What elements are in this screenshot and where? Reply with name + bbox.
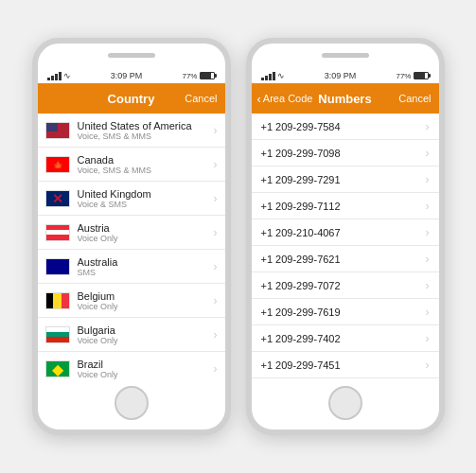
chevron-icon: › <box>214 192 218 205</box>
list-item[interactable]: Bulgaria Voice Only › <box>38 318 225 352</box>
chevron-icon: › <box>426 332 430 345</box>
status-bar-left: ∿ 3:09 PM 77% <box>38 68 225 83</box>
chevron-icon: › <box>426 253 430 266</box>
country-sub: Voice, SMS & MMS <box>78 166 206 175</box>
phones-container: ∿ 3:09 PM 77% Country Cancel United Stat… <box>32 38 445 435</box>
country-sub: Voice, SMS & MMS <box>78 131 206 141</box>
country-sub: Voice Only <box>78 234 206 243</box>
flag-gb <box>45 190 70 207</box>
list-item[interactable]: Australia SMS › <box>38 250 225 284</box>
country-cancel-button[interactable]: Cancel <box>185 93 217 104</box>
phone-number: +1 209-299-7451 <box>261 359 426 371</box>
battery-pct-left: 77% <box>182 72 197 80</box>
list-item[interactable]: United States of America Voice, SMS & MM… <box>38 114 225 148</box>
chevron-icon: › <box>426 306 430 319</box>
number-item[interactable]: +1 209-299-7621 › <box>252 246 439 272</box>
phone-number: +1 209-299-7098 <box>261 148 426 159</box>
country-nav-bar: Country Cancel <box>38 83 225 114</box>
list-item[interactable]: Brazil Voice Only › <box>38 352 225 382</box>
chevron-icon: › <box>214 124 218 137</box>
flag-bg <box>45 326 70 343</box>
number-item[interactable]: +1 209-299-7402 › <box>252 325 439 352</box>
chevron-icon: › <box>426 200 430 213</box>
country-name: United Kingdom <box>78 188 206 200</box>
number-item[interactable]: +1 209-299-7098 › <box>252 140 439 166</box>
flag-at <box>45 224 70 241</box>
chevron-icon: › <box>426 120 430 133</box>
chevron-icon: › <box>426 173 430 186</box>
country-name: Canada <box>78 154 206 166</box>
numbers-nav-bar: ‹ Area Code Numbers Cancel <box>252 83 439 114</box>
number-item[interactable]: +1 209-299-7112 › <box>252 193 439 219</box>
chevron-icon: › <box>214 328 218 342</box>
number-item[interactable]: +1 209-299-7072 › <box>252 272 439 299</box>
number-item[interactable]: +1 209-299-7291 › <box>252 166 439 193</box>
flag-us <box>45 122 70 139</box>
flag-br <box>45 360 70 377</box>
numbers-cancel-button[interactable]: Cancel <box>398 93 431 104</box>
chevron-icon: › <box>214 226 218 239</box>
country-name: Belgium <box>78 290 206 302</box>
country-name: Austria <box>78 222 206 234</box>
country-phone: ∿ 3:09 PM 77% Country Cancel United Stat… <box>32 38 231 435</box>
number-item[interactable]: +1 209-299-7584 › <box>252 114 439 140</box>
back-label: Area Code <box>263 93 313 104</box>
number-item[interactable]: +1 209-210-4067 › <box>252 219 439 246</box>
phone-number: +1 209-299-7291 <box>261 174 426 185</box>
number-item[interactable]: +1 209-299-7451 › <box>252 352 439 378</box>
numbers-list: +1 209-299-7584 › +1 209-299-7098 › +1 2… <box>252 114 439 382</box>
phone-number: +1 209-210-4067 <box>261 227 426 238</box>
country-sub: Voice Only <box>78 302 206 311</box>
wifi-icon: ∿ <box>277 71 285 80</box>
number-item[interactable]: +1 209-299-7487 › <box>252 378 439 382</box>
back-chevron-icon: ‹ <box>257 92 261 106</box>
wifi-icon: ∿ <box>63 71 71 80</box>
country-sub: Voice Only <box>78 370 206 379</box>
country-name: Australia <box>78 256 206 268</box>
phone-number: +1 209-299-7621 <box>261 254 426 265</box>
country-name: United States of America <box>78 120 206 131</box>
status-time-right: 3:09 PM <box>325 71 357 80</box>
chevron-icon: › <box>214 362 218 376</box>
list-item[interactable]: Canada Voice, SMS & MMS › <box>38 148 225 182</box>
list-item[interactable]: Belgium Voice Only › <box>38 284 225 318</box>
phone-number: +1 209-299-7619 <box>261 307 426 318</box>
flag-au <box>45 258 70 275</box>
country-list: United States of America Voice, SMS & MM… <box>38 114 225 382</box>
status-bar-right: ∿ 3:09 PM 77% <box>252 68 439 83</box>
chevron-icon: › <box>426 226 430 239</box>
chevron-icon: › <box>426 147 430 160</box>
numbers-nav-title: Numbers <box>318 92 371 106</box>
battery-pct-right: 77% <box>396 72 411 80</box>
status-time-left: 3:09 PM <box>111 71 143 80</box>
chevron-icon: › <box>214 294 218 307</box>
chevron-icon: › <box>214 260 218 273</box>
country-name: Bulgaria <box>78 324 206 336</box>
country-sub: Voice Only <box>78 336 206 345</box>
list-item[interactable]: Austria Voice Only › <box>38 216 225 250</box>
chevron-icon: › <box>426 359 430 372</box>
country-sub: Voice & SMS <box>78 200 206 209</box>
numbers-phone: ∿ 3:09 PM 77% ‹ Area Code Numbers Cancel… <box>246 38 445 435</box>
flag-ca <box>45 156 70 173</box>
flag-be <box>45 292 70 309</box>
chevron-icon: › <box>426 279 430 292</box>
phone-number: +1 209-299-7112 <box>261 201 426 212</box>
country-sub: SMS <box>78 268 206 277</box>
number-item[interactable]: +1 209-299-7619 › <box>252 299 439 325</box>
country-nav-title: Country <box>108 92 155 106</box>
phone-number: +1 209-299-7072 <box>261 280 426 291</box>
chevron-icon: › <box>214 158 218 171</box>
area-code-back-button[interactable]: ‹ Area Code <box>257 92 313 106</box>
phone-number: +1 209-299-7402 <box>261 333 426 344</box>
phone-number: +1 209-299-7584 <box>261 121 426 132</box>
list-item[interactable]: United Kingdom Voice & SMS › <box>38 182 225 216</box>
country-name: Brazil <box>78 359 206 370</box>
